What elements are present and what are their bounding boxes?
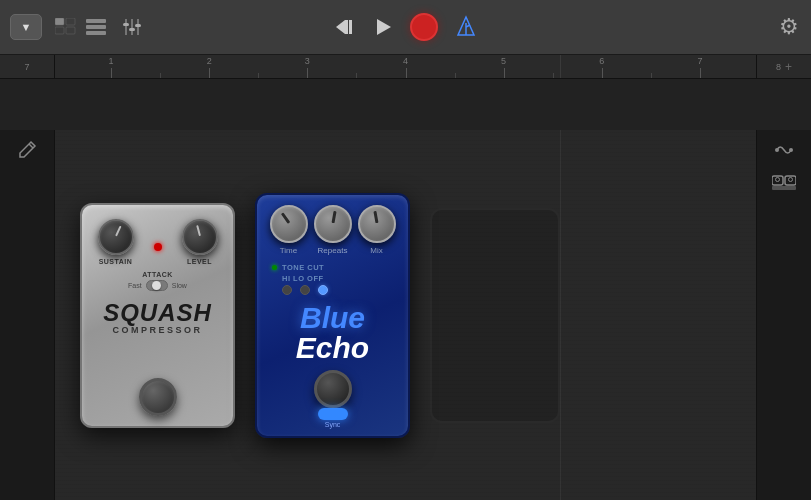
main-area: SUSTAIN LEVEL ATTACK Fast bbox=[0, 130, 811, 500]
echo-brand: Blue Echo bbox=[296, 303, 369, 363]
toolbar: ▼ bbox=[0, 0, 811, 55]
attack-section: ATTACK Fast Slow bbox=[128, 271, 187, 291]
ruler-mark-3: 3 bbox=[305, 56, 310, 66]
ruler-mark-1: 1 bbox=[109, 56, 114, 66]
svg-rect-0 bbox=[55, 18, 64, 25]
off-toggle[interactable] bbox=[318, 285, 328, 295]
squash-footswitch[interactable] bbox=[139, 378, 177, 416]
pedalboard-tool-button[interactable] bbox=[772, 172, 796, 192]
list-view-button[interactable] bbox=[83, 16, 109, 38]
echo-name-echo: Echo bbox=[296, 333, 369, 363]
led-indicator bbox=[154, 243, 162, 251]
settings-button[interactable]: ⚙ bbox=[779, 14, 799, 40]
mix-knob-container: Mix bbox=[358, 205, 396, 255]
gear-icon: ⚙ bbox=[779, 14, 799, 39]
svg-rect-14 bbox=[345, 20, 348, 34]
ruler: 7 1 2 3 4 5 6 7 bbox=[0, 55, 811, 79]
thumbnail-view-button[interactable] bbox=[52, 15, 80, 39]
pencil-icon bbox=[17, 140, 37, 160]
echo-knobs: Time Repeats Mix bbox=[270, 205, 396, 255]
svg-point-27 bbox=[789, 178, 793, 182]
sustain-knob[interactable] bbox=[98, 219, 134, 255]
svg-rect-1 bbox=[66, 18, 75, 25]
mix-knob[interactable] bbox=[358, 205, 396, 243]
sync-label: Sync bbox=[325, 421, 341, 428]
squash-name-line1: SQUASH bbox=[103, 301, 212, 325]
sustain-label: SUSTAIN bbox=[99, 258, 133, 265]
squash-compressor-pedal[interactable]: SUSTAIN LEVEL ATTACK Fast bbox=[80, 203, 235, 428]
cable-icon bbox=[774, 140, 794, 160]
svg-rect-25 bbox=[772, 186, 796, 190]
hi-toggle[interactable] bbox=[282, 285, 292, 295]
rewind-button[interactable] bbox=[334, 16, 356, 38]
repeats-knob[interactable] bbox=[314, 205, 352, 243]
mix-label: Mix bbox=[370, 246, 382, 255]
level-label: LEVEL bbox=[187, 258, 212, 265]
thumbnail-icon bbox=[55, 18, 77, 36]
ruler-mark-5: 5 bbox=[501, 56, 506, 66]
time-knob[interactable] bbox=[270, 205, 308, 243]
tone-cut-label: TONE CUT bbox=[282, 263, 324, 272]
pencil-tool-button[interactable] bbox=[17, 140, 37, 160]
squash-name: SQUASH COMPRESSOR bbox=[103, 301, 212, 335]
svg-rect-2 bbox=[55, 27, 64, 34]
pedalboard-icon bbox=[772, 172, 796, 192]
svg-rect-11 bbox=[129, 28, 135, 31]
mixer-icon bbox=[122, 17, 142, 37]
play-button[interactable] bbox=[372, 16, 394, 38]
view-icon-group bbox=[48, 15, 113, 39]
attack-label: ATTACK bbox=[142, 271, 173, 278]
pedalboard: SUSTAIN LEVEL ATTACK Fast bbox=[55, 130, 756, 500]
svg-rect-6 bbox=[86, 31, 106, 35]
echo-controls: TONE CUT HI LO OFF bbox=[257, 263, 408, 295]
repeats-label: Repeats bbox=[318, 246, 348, 255]
metronome-icon bbox=[454, 15, 478, 39]
list-icon bbox=[86, 19, 106, 35]
time-knob-container: Time bbox=[270, 205, 308, 255]
ruler-mark-4: 4 bbox=[403, 56, 408, 66]
record-button[interactable] bbox=[410, 13, 438, 41]
lo-toggle[interactable] bbox=[300, 285, 310, 295]
ruler-mark-6: 6 bbox=[599, 56, 604, 66]
guitar-cable-tool-button[interactable] bbox=[774, 140, 794, 160]
svg-marker-13 bbox=[336, 20, 345, 34]
level-knob-container: LEVEL bbox=[182, 219, 218, 265]
left-strip bbox=[0, 130, 55, 500]
empty-pedal-slot bbox=[430, 208, 560, 423]
play-icon bbox=[372, 16, 394, 38]
echo-name-blue: Blue bbox=[296, 303, 369, 333]
rewind-icon bbox=[334, 16, 356, 38]
svg-rect-3 bbox=[66, 27, 75, 34]
svg-rect-5 bbox=[86, 25, 106, 29]
svg-point-26 bbox=[776, 178, 780, 182]
svg-line-20 bbox=[29, 144, 33, 148]
hi-lo-off-label: HI LO OFF bbox=[282, 274, 324, 283]
sync-button[interactable]: Sync bbox=[318, 408, 348, 428]
svg-marker-16 bbox=[377, 19, 391, 35]
right-strip bbox=[756, 130, 811, 500]
svg-point-22 bbox=[789, 148, 793, 152]
transport-controls bbox=[334, 13, 478, 41]
svg-rect-15 bbox=[349, 20, 352, 34]
slow-label: Slow bbox=[172, 282, 187, 289]
mixer-button[interactable] bbox=[119, 14, 145, 40]
squash-knobs: SUSTAIN LEVEL bbox=[98, 219, 218, 265]
dropdown-icon: ▼ bbox=[21, 21, 32, 33]
svg-rect-4 bbox=[86, 19, 106, 23]
metronome-button[interactable] bbox=[454, 15, 478, 39]
top-area: ▼ bbox=[0, 0, 811, 130]
sustain-knob-container: SUSTAIN bbox=[98, 219, 134, 265]
squash-name-line2: COMPRESSOR bbox=[103, 325, 212, 335]
dropdown-button[interactable]: ▼ bbox=[10, 14, 42, 40]
repeats-knob-container: Repeats bbox=[314, 205, 352, 255]
level-knob[interactable] bbox=[182, 219, 218, 255]
svg-rect-12 bbox=[135, 24, 141, 27]
attack-toggle[interactable] bbox=[146, 280, 168, 291]
blue-echo-pedal[interactable]: Time Repeats Mix bbox=[255, 193, 410, 438]
echo-led bbox=[272, 265, 277, 270]
echo-footswitch[interactable] bbox=[314, 370, 352, 408]
ruler-mark-2: 2 bbox=[207, 56, 212, 66]
svg-rect-10 bbox=[123, 23, 129, 26]
svg-point-21 bbox=[775, 148, 779, 152]
time-label: Time bbox=[280, 246, 297, 255]
